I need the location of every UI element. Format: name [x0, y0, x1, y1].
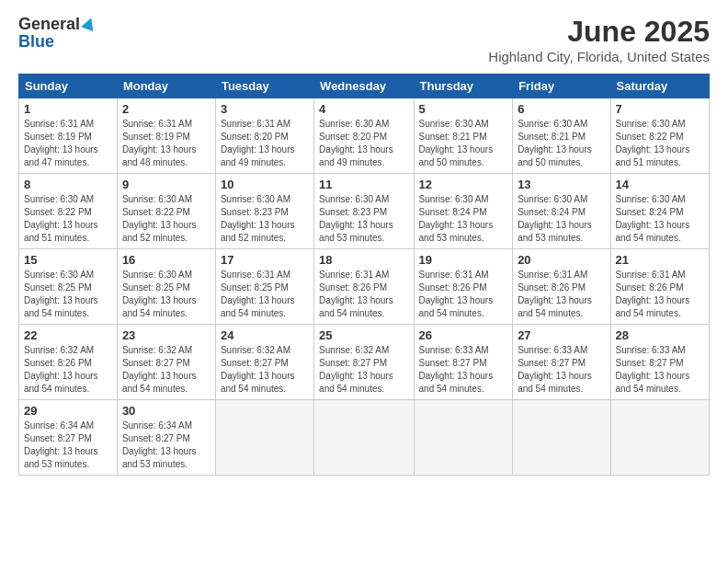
table-row	[215, 400, 313, 476]
day-info: Sunrise: 6:34 AMSunset: 8:27 PMDaylight:…	[24, 420, 98, 469]
day-number: 25	[319, 328, 408, 342]
day-info: Sunrise: 6:31 AMSunset: 8:20 PMDaylight:…	[221, 119, 295, 167]
day-info: Sunrise: 6:32 AMSunset: 8:26 PMDaylight:…	[24, 345, 98, 394]
table-row: 19Sunrise: 6:31 AMSunset: 8:26 PMDayligh…	[414, 249, 513, 325]
header-wednesday: Wednesday	[314, 75, 414, 98]
day-number: 1	[24, 102, 112, 116]
day-number: 4	[319, 102, 408, 116]
day-number: 7	[616, 102, 704, 116]
day-info: Sunrise: 6:33 AMSunset: 8:27 PMDaylight:…	[518, 345, 592, 394]
day-info: Sunrise: 6:30 AMSunset: 8:24 PMDaylight:…	[616, 194, 690, 243]
day-number: 20	[518, 253, 605, 267]
table-row: 15Sunrise: 6:30 AMSunset: 8:25 PMDayligh…	[19, 249, 118, 325]
calendar-table: Sunday Monday Tuesday Wednesday Thursday…	[18, 74, 710, 476]
day-number: 22	[24, 328, 112, 342]
day-info: Sunrise: 6:30 AMSunset: 8:22 PMDaylight:…	[122, 194, 197, 243]
table-row: 30Sunrise: 6:34 AMSunset: 8:27 PMDayligh…	[117, 400, 215, 476]
table-row: 11Sunrise: 6:30 AMSunset: 8:23 PMDayligh…	[314, 174, 414, 249]
calendar-subtitle: Highland City, Florida, United States	[488, 49, 710, 64]
day-info: Sunrise: 6:30 AMSunset: 8:21 PMDaylight:…	[518, 119, 592, 167]
table-row: 23Sunrise: 6:32 AMSunset: 8:27 PMDayligh…	[117, 325, 215, 400]
table-row: 28Sunrise: 6:33 AMSunset: 8:27 PMDayligh…	[610, 325, 709, 400]
day-number: 23	[122, 328, 210, 342]
day-number: 18	[319, 253, 408, 267]
table-row: 9Sunrise: 6:30 AMSunset: 8:22 PMDaylight…	[117, 174, 215, 249]
logo-triangle-icon	[81, 16, 97, 31]
table-row: 7Sunrise: 6:30 AMSunset: 8:22 PMDaylight…	[610, 98, 709, 174]
day-info: Sunrise: 6:32 AMSunset: 8:27 PMDaylight:…	[221, 345, 295, 394]
logo: General Blue	[18, 15, 96, 52]
table-row: 16Sunrise: 6:30 AMSunset: 8:25 PMDayligh…	[117, 249, 215, 325]
day-info: Sunrise: 6:30 AMSunset: 8:25 PMDaylight:…	[24, 270, 98, 318]
day-info: Sunrise: 6:30 AMSunset: 8:22 PMDaylight:…	[24, 194, 98, 243]
day-info: Sunrise: 6:32 AMSunset: 8:27 PMDaylight:…	[122, 345, 197, 394]
day-info: Sunrise: 6:30 AMSunset: 8:24 PMDaylight:…	[419, 194, 494, 243]
header-tuesday: Tuesday	[215, 75, 313, 98]
table-row: 25Sunrise: 6:32 AMSunset: 8:27 PMDayligh…	[314, 325, 414, 400]
table-row: 24Sunrise: 6:32 AMSunset: 8:27 PMDayligh…	[215, 325, 313, 400]
day-info: Sunrise: 6:30 AMSunset: 8:25 PMDaylight:…	[122, 270, 197, 318]
day-info: Sunrise: 6:33 AMSunset: 8:27 PMDaylight:…	[419, 345, 494, 394]
day-number: 30	[122, 404, 210, 418]
table-row	[610, 400, 709, 476]
table-row: 14Sunrise: 6:30 AMSunset: 8:24 PMDayligh…	[610, 174, 709, 249]
day-info: Sunrise: 6:31 AMSunset: 8:25 PMDaylight:…	[221, 270, 295, 318]
logo-general-text: General	[18, 15, 80, 34]
table-row: 1Sunrise: 6:31 AMSunset: 8:19 PMDaylight…	[19, 98, 118, 174]
day-number: 26	[419, 328, 508, 342]
day-info: Sunrise: 6:33 AMSunset: 8:27 PMDaylight:…	[616, 345, 690, 394]
day-number: 11	[319, 178, 408, 191]
day-info: Sunrise: 6:31 AMSunset: 8:26 PMDaylight:…	[319, 270, 393, 318]
day-number: 21	[616, 253, 704, 267]
day-number: 14	[616, 178, 704, 191]
table-row: 12Sunrise: 6:30 AMSunset: 8:24 PMDayligh…	[414, 174, 513, 249]
day-number: 9	[122, 178, 210, 191]
table-row: 5Sunrise: 6:30 AMSunset: 8:21 PMDaylight…	[414, 98, 513, 174]
table-row: 10Sunrise: 6:30 AMSunset: 8:23 PMDayligh…	[215, 174, 313, 249]
table-row: 27Sunrise: 6:33 AMSunset: 8:27 PMDayligh…	[513, 325, 610, 400]
header-monday: Monday	[117, 75, 215, 98]
table-row: 20Sunrise: 6:31 AMSunset: 8:26 PMDayligh…	[513, 249, 610, 325]
day-number: 17	[221, 253, 309, 267]
table-row: 17Sunrise: 6:31 AMSunset: 8:25 PMDayligh…	[215, 249, 313, 325]
day-number: 3	[221, 102, 309, 116]
day-info: Sunrise: 6:32 AMSunset: 8:27 PMDaylight:…	[319, 345, 393, 394]
day-number: 24	[221, 328, 309, 342]
table-row	[314, 400, 414, 476]
header-sunday: Sunday	[19, 75, 118, 98]
header: General Blue June 2025 Highland City, Fl…	[18, 15, 710, 64]
table-row: 13Sunrise: 6:30 AMSunset: 8:24 PMDayligh…	[513, 174, 610, 249]
day-number: 28	[616, 328, 704, 342]
day-number: 5	[419, 102, 508, 116]
day-info: Sunrise: 6:30 AMSunset: 8:24 PMDaylight:…	[518, 194, 592, 243]
page: General Blue June 2025 Highland City, Fl…	[0, 0, 728, 563]
table-row: 4Sunrise: 6:30 AMSunset: 8:20 PMDaylight…	[314, 98, 414, 174]
day-number: 10	[221, 178, 309, 191]
header-thursday: Thursday	[414, 75, 513, 98]
day-number: 16	[122, 253, 210, 267]
day-info: Sunrise: 6:31 AMSunset: 8:26 PMDaylight:…	[616, 270, 690, 318]
day-info: Sunrise: 6:30 AMSunset: 8:23 PMDaylight:…	[221, 194, 295, 243]
table-row: 3Sunrise: 6:31 AMSunset: 8:20 PMDaylight…	[215, 98, 313, 174]
day-info: Sunrise: 6:30 AMSunset: 8:21 PMDaylight:…	[419, 119, 494, 167]
header-saturday: Saturday	[610, 75, 709, 98]
day-number: 27	[518, 328, 605, 342]
title-area: June 2025 Highland City, Florida, United…	[488, 15, 710, 64]
table-row	[513, 400, 610, 476]
table-row: 18Sunrise: 6:31 AMSunset: 8:26 PMDayligh…	[314, 249, 414, 325]
day-info: Sunrise: 6:34 AMSunset: 8:27 PMDaylight:…	[122, 420, 197, 469]
day-number: 19	[419, 253, 508, 267]
table-row: 26Sunrise: 6:33 AMSunset: 8:27 PMDayligh…	[414, 325, 513, 400]
table-row: 29Sunrise: 6:34 AMSunset: 8:27 PMDayligh…	[19, 400, 118, 476]
logo-blue-text: Blue	[18, 32, 54, 52]
day-number: 15	[24, 253, 112, 267]
day-number: 2	[122, 102, 210, 116]
table-row: 8Sunrise: 6:30 AMSunset: 8:22 PMDaylight…	[19, 174, 118, 249]
day-info: Sunrise: 6:30 AMSunset: 8:20 PMDaylight:…	[319, 119, 393, 167]
day-number: 8	[24, 178, 112, 191]
header-friday: Friday	[513, 75, 610, 98]
day-info: Sunrise: 6:31 AMSunset: 8:26 PMDaylight:…	[518, 270, 592, 318]
day-info: Sunrise: 6:31 AMSunset: 8:19 PMDaylight:…	[122, 119, 197, 167]
day-number: 12	[419, 178, 508, 191]
table-row	[414, 400, 513, 476]
